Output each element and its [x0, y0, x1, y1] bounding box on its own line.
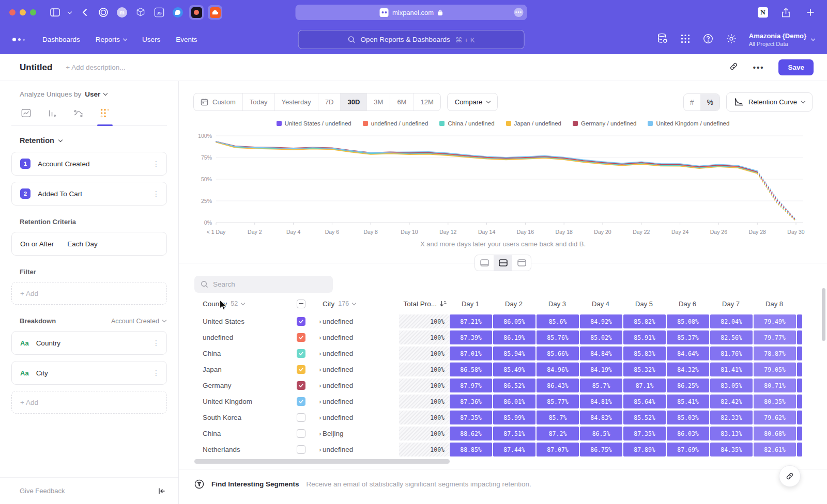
- extension-patreon-icon[interactable]: [189, 5, 204, 20]
- table-row-undefined-undefined[interactable]: undefined › undefined 100% 87.39%86.19%8…: [194, 330, 827, 344]
- retention-cell[interactable]: 87.35%: [623, 427, 666, 440]
- retention-cell[interactable]: 81.76%: [710, 346, 753, 360]
- segments-title[interactable]: Find Interesting Segments: [211, 480, 299, 488]
- retention-cell[interactable]: 85.41%: [667, 395, 709, 408]
- zoom-window-button[interactable]: [30, 9, 36, 15]
- legend-item-united-states-undefined[interactable]: United States / undefined: [277, 120, 351, 127]
- retention-cell[interactable]: 85.77%: [537, 395, 579, 408]
- range-6m[interactable]: 6M: [390, 93, 413, 111]
- extension-js-icon[interactable]: JS: [152, 5, 166, 20]
- breakdown-scope-selector[interactable]: Account Created: [111, 318, 166, 325]
- new-tab-icon[interactable]: [803, 5, 818, 20]
- retention-cell[interactable]: 85.32%: [623, 363, 666, 376]
- nav-item-events[interactable]: Events: [176, 36, 197, 43]
- retention-cell[interactable]: 84.32%: [667, 363, 709, 376]
- retention-cell[interactable]: 85.99%: [493, 411, 535, 424]
- analyze-uniques-by[interactable]: Analyze Uniques by User: [20, 90, 167, 98]
- retention-cell[interactable]: 86.58%: [450, 363, 492, 376]
- collapse-sidebar-icon[interactable]: [158, 487, 166, 495]
- column-day-8[interactable]: Day 8: [753, 300, 796, 308]
- retention-cell[interactable]: 88.62%: [450, 427, 492, 440]
- compare-button[interactable]: Compare: [447, 93, 498, 111]
- extension-cube-icon[interactable]: [133, 5, 148, 20]
- nav-item-reports[interactable]: Reports: [96, 36, 127, 43]
- row-checkbox[interactable]: [297, 365, 305, 374]
- retention-cell[interactable]: 84.81%: [580, 395, 622, 408]
- row-checkbox[interactable]: [297, 349, 305, 358]
- column-total[interactable]: Total Pro...: [399, 300, 449, 308]
- chart-type-button[interactable]: Retention Curve: [726, 92, 813, 112]
- retention-cell[interactable]: 85.08%: [667, 314, 709, 328]
- add-breakdown-button[interactable]: + Add: [11, 391, 167, 414]
- table-row-japan-undefined[interactable]: Japan › undefined 100% 86.58%85.49%84.96…: [194, 363, 827, 376]
- retention-cell[interactable]: 83.13%: [710, 427, 753, 440]
- extension-ring-icon[interactable]: [96, 5, 111, 20]
- save-button[interactable]: Save: [778, 59, 814, 75]
- legend-item-undefined-undefined[interactable]: undefined / undefined: [363, 120, 428, 127]
- row-checkbox[interactable]: [297, 429, 305, 438]
- unit-percent[interactable]: %: [700, 94, 719, 111]
- share-icon[interactable]: [778, 5, 793, 20]
- retention-cell[interactable]: 84.92%: [580, 314, 622, 328]
- tab-insights[interactable]: [20, 107, 32, 119]
- retention-cell[interactable]: 85.37%: [667, 330, 709, 344]
- retention-cell[interactable]: 86.05%: [493, 314, 535, 328]
- column-city[interactable]: City 176: [323, 300, 399, 308]
- row-checkbox[interactable]: [297, 317, 305, 326]
- table-search-input[interactable]: Search: [194, 276, 333, 293]
- tab-retention[interactable]: [99, 107, 111, 119]
- criteria-interval[interactable]: Each Day: [67, 240, 98, 248]
- retention-cell[interactable]: 84.35%: [710, 443, 753, 456]
- retention-cell[interactable]: 87.97%: [450, 379, 492, 392]
- nav-item-dashboards[interactable]: Dashboards: [42, 36, 80, 43]
- range-7d[interactable]: 7D: [318, 93, 341, 111]
- retention-cell[interactable]: 85.52%: [623, 411, 666, 424]
- legend-item-japan-undefined[interactable]: Japan / undefined: [506, 120, 561, 127]
- minimize-window-button[interactable]: [20, 9, 26, 15]
- retention-cell[interactable]: 86.25%: [667, 379, 709, 392]
- retention-cell[interactable]: 80.68%: [754, 427, 796, 440]
- retention-cell[interactable]: 79.77%: [754, 330, 796, 344]
- expand-row-icon[interactable]: ›: [319, 350, 321, 357]
- expand-row-icon[interactable]: ›: [319, 430, 321, 437]
- tab-funnels[interactable]: [46, 107, 58, 119]
- retention-cell[interactable]: 79.49%: [754, 314, 796, 328]
- retention-cell[interactable]: 79.62%: [754, 411, 796, 424]
- global-search[interactable]: Open Reports & Dashboards ⌘ + K: [298, 30, 525, 49]
- kebab-menu-icon[interactable]: ⋮: [152, 190, 160, 198]
- retention-cell[interactable]: 84.96%: [537, 363, 579, 376]
- retention-criteria-card[interactable]: On or After Each Day: [11, 232, 167, 256]
- range-yesterday[interactable]: Yesterday: [274, 93, 318, 111]
- table-row-united-kingdom-undefined[interactable]: United Kingdom › undefined 100% 87.36%86…: [194, 395, 827, 408]
- notion-icon[interactable]: N: [758, 7, 768, 18]
- retention-cell[interactable]: 83.05%: [710, 379, 753, 392]
- tab-flows[interactable]: [72, 107, 85, 119]
- retention-cell[interactable]: 87.01%: [450, 346, 492, 360]
- retention-cell[interactable]: 84.64%: [667, 346, 709, 360]
- retention-cell[interactable]: 86.52%: [493, 379, 535, 392]
- kebab-menu-icon[interactable]: ⋮: [152, 160, 160, 168]
- retention-cell[interactable]: 87.69%: [667, 443, 709, 456]
- row-checkbox[interactable]: [297, 397, 305, 406]
- retention-cell[interactable]: 85.7%: [537, 411, 579, 424]
- more-options-icon[interactable]: •••: [753, 63, 764, 72]
- tab-overview-chevron-icon[interactable]: [66, 5, 73, 20]
- retention-cell[interactable]: 88.85%: [450, 443, 492, 456]
- column-day-4[interactable]: Day 4: [579, 300, 622, 308]
- give-feedback-link[interactable]: Give Feedback: [20, 487, 65, 495]
- row-checkbox[interactable]: [297, 445, 305, 454]
- range-30d[interactable]: 30D: [340, 93, 366, 111]
- retention-cell[interactable]: 87.44%: [493, 443, 535, 456]
- extension-m-icon[interactable]: m: [115, 5, 129, 20]
- nav-item-users[interactable]: Users: [142, 36, 160, 43]
- analyze-value[interactable]: User: [85, 90, 100, 98]
- help-icon[interactable]: [702, 33, 714, 46]
- extension-bird-icon[interactable]: [171, 5, 185, 20]
- page-title[interactable]: Untitled: [20, 62, 52, 73]
- retention-cell[interactable]: 86.75%: [580, 443, 622, 456]
- breakdown-card-country[interactable]: Aa Country ⋮: [11, 331, 167, 355]
- retention-cell[interactable]: 85.7%: [580, 379, 622, 392]
- retention-cell[interactable]: 87.35%: [450, 411, 492, 424]
- retention-cell[interactable]: 84.84%: [580, 346, 622, 360]
- retention-cell[interactable]: 85.6%: [537, 314, 579, 328]
